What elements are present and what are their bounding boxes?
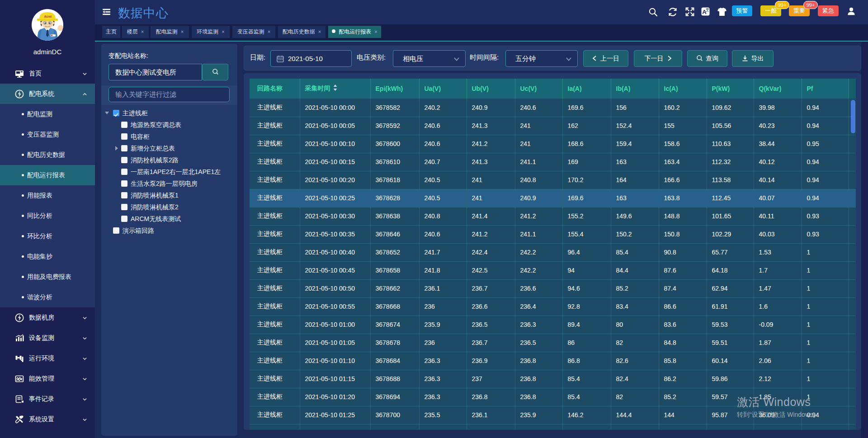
svg-text:Acrel: Acrel bbox=[44, 15, 52, 18]
